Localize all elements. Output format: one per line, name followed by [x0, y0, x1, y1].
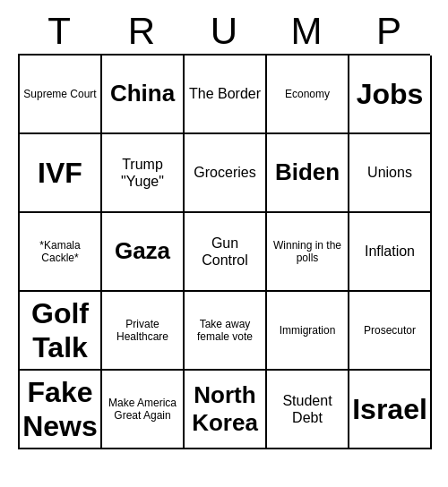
- grid-cell-4-3: Student Debt: [267, 371, 349, 449]
- grid-cell-3-3: Immigration: [267, 292, 349, 371]
- cell-text-1-0: IVF: [38, 156, 82, 190]
- cell-text-1-1: Trump "Yuge": [106, 156, 179, 190]
- cell-text-2-0: *Kamala Cackle*: [23, 239, 97, 265]
- header-letter-U: U: [183, 9, 265, 54]
- grid-cell-1-3: Biden: [267, 134, 349, 213]
- cell-text-0-1: China: [110, 80, 175, 107]
- bingo-grid: Supreme CourtChinaThe BorderEconomyJobsI…: [18, 54, 430, 449]
- cell-text-0-4: Jobs: [357, 77, 424, 111]
- cell-text-1-2: Groceries: [194, 164, 255, 181]
- grid-cell-0-1: China: [102, 56, 185, 134]
- cell-text-4-3: Student Debt: [271, 392, 344, 426]
- cell-text-0-2: The Border: [189, 85, 261, 102]
- header-letter-T: T: [18, 9, 100, 54]
- grid-cell-0-4: Jobs: [349, 56, 432, 134]
- cell-text-2-3: Winning in the polls: [271, 239, 344, 265]
- cell-text-2-4: Inflation: [365, 243, 415, 260]
- grid-cell-1-4: Unions: [349, 134, 432, 213]
- grid-cell-1-0: IVF: [20, 134, 102, 213]
- grid-cell-3-0: Golf Talk: [20, 292, 102, 371]
- cell-text-4-4: Israel: [352, 392, 427, 426]
- header-letter-M: M: [265, 9, 348, 54]
- grid-cell-0-0: Supreme Court: [20, 56, 102, 134]
- grid-cell-2-2: Gun Control: [185, 213, 267, 292]
- bingo-header: TRUMP: [18, 9, 430, 54]
- cell-text-1-3: Biden: [275, 158, 340, 186]
- grid-cell-3-1: Private Healthcare: [102, 292, 185, 371]
- cell-text-0-0: Supreme Court: [23, 88, 96, 100]
- cell-text-0-3: Economy: [285, 88, 330, 100]
- cell-text-3-4: Prosecutor: [364, 324, 416, 337]
- cell-text-3-0: Golf Talk: [23, 296, 97, 365]
- grid-cell-0-2: The Border: [185, 56, 267, 134]
- cell-text-4-2: North Korea: [188, 381, 262, 437]
- cell-text-3-3: Immigration: [280, 324, 336, 337]
- grid-cell-2-3: Winning in the polls: [267, 213, 349, 292]
- grid-cell-3-4: Prosecutor: [349, 292, 432, 371]
- grid-cell-4-0: Fake News: [20, 371, 102, 449]
- header-letter-R: R: [100, 9, 183, 54]
- grid-cell-4-4: Israel: [349, 371, 432, 449]
- grid-cell-4-1: Make America Great Again: [102, 371, 185, 449]
- cell-text-3-1: Private Healthcare: [106, 318, 179, 344]
- grid-cell-1-1: Trump "Yuge": [102, 134, 185, 213]
- grid-cell-2-4: Inflation: [349, 213, 432, 292]
- cell-text-3-2: Take away female vote: [188, 318, 262, 344]
- grid-cell-4-2: North Korea: [185, 371, 267, 449]
- grid-cell-1-2: Groceries: [185, 134, 267, 213]
- bingo-card: TRUMP Supreme CourtChinaThe BorderEconom…: [18, 9, 430, 449]
- grid-cell-0-3: Economy: [267, 56, 349, 134]
- cell-text-2-2: Gun Control: [188, 235, 262, 269]
- cell-text-1-4: Unions: [367, 164, 412, 181]
- grid-cell-3-2: Take away female vote: [185, 292, 267, 371]
- cell-text-4-0: Fake News: [22, 375, 98, 444]
- grid-cell-2-0: *Kamala Cackle*: [20, 213, 102, 292]
- grid-cell-2-1: Gaza: [102, 213, 185, 292]
- cell-text-4-1: Make America Great Again: [106, 397, 179, 423]
- header-letter-P: P: [348, 9, 430, 54]
- cell-text-2-1: Gaza: [115, 237, 170, 265]
